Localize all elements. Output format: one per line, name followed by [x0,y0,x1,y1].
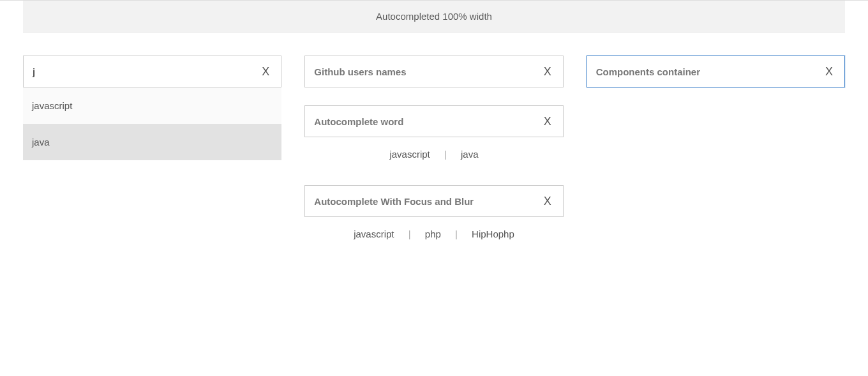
dropdown-item[interactable]: javascript [23,87,281,124]
clear-icon[interactable]: X [819,56,839,87]
clear-icon[interactable]: X [538,105,557,137]
clear-icon[interactable]: X [256,56,275,87]
focusblur-tags-row: javascript | php | HipHophp [304,217,563,239]
dropdown-item[interactable]: java [23,124,281,160]
autocomplete-input-wrap: X [304,185,563,217]
columns-container: X javascript java X X javascript | jav [0,33,868,280]
tag-separator: | [408,229,411,239]
autocomplete-word: X javascript | java [304,105,563,160]
clear-icon[interactable]: X [538,56,557,87]
tag: php [423,229,444,239]
autocomplete-focus-blur-input[interactable] [304,185,563,217]
clear-icon[interactable]: X [538,185,557,217]
autocomplete-input-wrap: X [587,56,845,87]
autocomplete-input-wrap: X [304,56,563,87]
word-tags-row: javascript | java [304,137,563,160]
components-container-input[interactable] [587,56,845,87]
header-title: Autocompleted 100% width [376,11,492,22]
column-2: X X javascript | java X javascript | php [304,56,563,257]
autocomplete-input-wrap: X [304,105,563,137]
autocomplete-input[interactable] [23,56,281,87]
autocomplete-dropdown: javascript java [23,87,281,160]
tag-separator: | [444,149,447,160]
autocomplete-basic: X javascript java [23,56,281,160]
autocomplete-components: X [587,56,845,87]
header-bar: Autocompleted 100% width [23,1,845,32]
tag-separator: | [455,229,458,239]
column-3: X [587,56,845,105]
autocomplete-word-input[interactable] [304,105,563,137]
column-1: X javascript java [23,56,281,178]
autocomplete-github: X [304,56,563,87]
tag: HipHophp [469,229,517,239]
tag: javascript [387,149,432,160]
autocomplete-focus-blur: X javascript | php | HipHophp [304,185,563,239]
tag: java [458,149,481,160]
github-users-input[interactable] [304,56,563,87]
autocomplete-input-wrap: X [23,56,281,87]
tag: javascript [351,229,396,239]
